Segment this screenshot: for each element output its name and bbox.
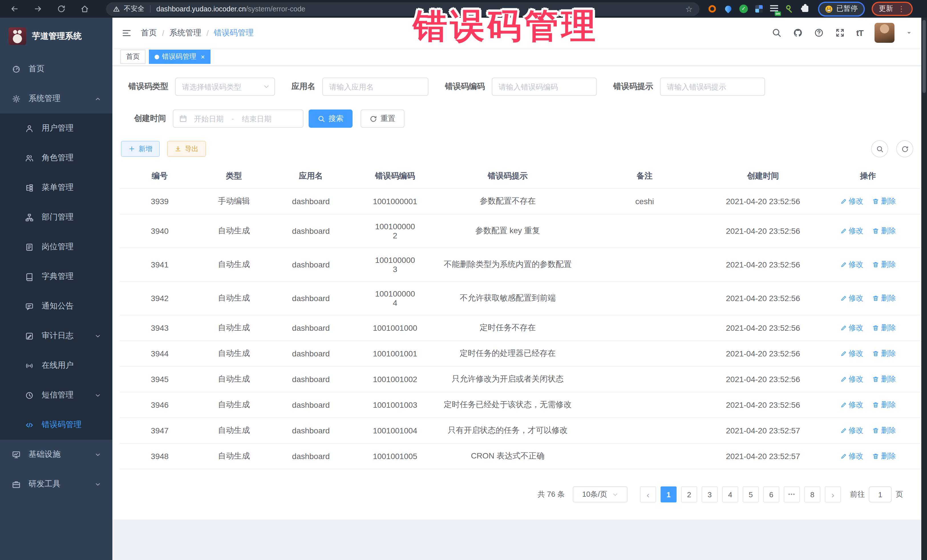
- chevron-down-icon: [95, 481, 101, 487]
- edit-link[interactable]: 修改: [840, 348, 863, 359]
- toggle-search-button[interactable]: [871, 140, 888, 157]
- extension-orange-icon[interactable]: [708, 4, 718, 14]
- sidebar-item[interactable]: 角色管理: [0, 143, 112, 173]
- extension-green-check-icon[interactable]: ✓: [739, 4, 748, 14]
- date-range-picker[interactable]: -: [173, 109, 304, 128]
- delete-link-label: 删除: [881, 260, 896, 270]
- delete-link[interactable]: 删除: [872, 226, 896, 236]
- sidebar-item[interactable]: 岗位管理: [0, 232, 112, 262]
- sidebar-item[interactable]: 部门管理: [0, 202, 112, 232]
- cell-message: 只允许修改为开启或者关闭状态: [436, 366, 579, 392]
- search-button[interactable]: 搜索: [308, 109, 353, 128]
- extension-list-icon[interactable]: on: [770, 4, 779, 14]
- delete-link[interactable]: 删除: [872, 196, 896, 206]
- sidebar-item[interactable]: 用户管理: [0, 114, 112, 143]
- sidebar-item[interactable]: 审计日志: [0, 321, 112, 351]
- start-date-input[interactable]: [187, 110, 231, 127]
- browser-forward-icon[interactable]: [33, 5, 42, 13]
- scrollbar[interactable]: [921, 18, 927, 560]
- edit-link[interactable]: 修改: [840, 293, 863, 304]
- edit-link[interactable]: 修改: [840, 425, 863, 436]
- edit-link[interactable]: 修改: [840, 400, 863, 410]
- extensions-puzzle-icon[interactable]: [801, 4, 810, 14]
- page-button[interactable]: •••: [784, 486, 800, 502]
- extension-key-icon[interactable]: [786, 4, 795, 14]
- sidebar-item[interactable]: 通知公告: [0, 291, 112, 321]
- bookmark-star-icon[interactable]: ☆: [685, 5, 693, 13]
- end-date-input[interactable]: [235, 110, 278, 127]
- edit-link[interactable]: 修改: [840, 451, 863, 461]
- delete-link[interactable]: 删除: [872, 323, 896, 333]
- hamburger-icon[interactable]: [122, 28, 132, 38]
- sidebar-item[interactable]: 首页: [0, 54, 112, 84]
- search-icon[interactable]: [772, 28, 781, 38]
- user-avatar[interactable]: [874, 23, 895, 43]
- col-created: 创建时间: [710, 164, 816, 188]
- delete-link[interactable]: 删除: [872, 293, 896, 304]
- tab-close-icon[interactable]: ×: [201, 53, 205, 61]
- edit-link[interactable]: 修改: [840, 323, 863, 333]
- chevron-down-icon: [95, 451, 101, 458]
- next-page-button[interactable]: ›: [825, 486, 841, 502]
- browser-home-icon[interactable]: [81, 5, 89, 13]
- goto-page-input[interactable]: [869, 486, 892, 502]
- delete-link[interactable]: 删除: [872, 374, 896, 384]
- delete-link[interactable]: 删除: [872, 451, 896, 461]
- app-name-input[interactable]: [322, 77, 429, 96]
- prev-page-button[interactable]: ‹: [640, 486, 656, 502]
- edit-link-label: 修改: [849, 226, 863, 236]
- address-bar[interactable]: 不安全 dashboard.yudao.iocoder.cn /system/e…: [106, 2, 699, 16]
- avatar-caret-down-icon[interactable]: [906, 30, 912, 36]
- page-button[interactable]: 2: [681, 486, 697, 502]
- error-message-input[interactable]: [660, 77, 765, 96]
- tab-home[interactable]: 首页: [120, 50, 146, 64]
- breadcrumb-home[interactable]: 首页: [141, 28, 157, 38]
- scrollbar-thumb[interactable]: [922, 20, 926, 93]
- sidebar-item[interactable]: 字典管理: [0, 262, 112, 291]
- font-size-icon[interactable]: tT: [856, 28, 863, 38]
- sidebar-item[interactable]: 短信管理: [0, 380, 112, 410]
- refresh-table-button[interactable]: [896, 140, 913, 157]
- help-icon[interactable]: [814, 28, 824, 38]
- edit-link[interactable]: 修改: [840, 226, 863, 236]
- not-secure-warning-icon: [113, 5, 120, 12]
- page-size-select[interactable]: 10条/页: [573, 486, 628, 502]
- tab-error-code[interactable]: 错误码管理 ×: [149, 50, 211, 64]
- edit-link[interactable]: 修改: [840, 260, 863, 270]
- app-logo-row[interactable]: 芋道管理系统: [0, 18, 112, 50]
- sidebar-item[interactable]: 在线用户: [0, 351, 112, 380]
- extension-paused-badge[interactable]: 已暂停: [818, 2, 865, 16]
- sidebar-item[interactable]: 错误码管理: [0, 410, 112, 440]
- fullscreen-icon[interactable]: [835, 28, 845, 38]
- sidebar-item[interactable]: 菜单管理: [0, 173, 112, 202]
- sidebar-item[interactable]: 基础设施: [0, 440, 112, 469]
- update-label: 更新: [879, 4, 893, 14]
- edit-link[interactable]: 修改: [840, 196, 863, 206]
- page-button[interactable]: 1: [661, 486, 676, 502]
- edit-link[interactable]: 修改: [840, 374, 863, 384]
- page-button[interactable]: 4: [722, 486, 738, 502]
- page-button[interactable]: 8: [804, 486, 820, 502]
- page-button[interactable]: 3: [702, 486, 718, 502]
- browser-menu-icon[interactable]: ⋮: [898, 5, 905, 13]
- add-button[interactable]: 新增: [121, 141, 160, 157]
- extension-pin-icon[interactable]: [724, 4, 733, 14]
- delete-link[interactable]: 删除: [872, 260, 896, 270]
- error-code-input[interactable]: [492, 77, 597, 96]
- chrome-update-button[interactable]: 更新 ⋮: [871, 2, 912, 16]
- browser-reload-icon[interactable]: [57, 5, 65, 13]
- extension-grid-icon[interactable]: [755, 4, 764, 14]
- export-button[interactable]: 导出: [167, 141, 206, 157]
- error-type-select[interactable]: [175, 77, 275, 96]
- delete-link[interactable]: 删除: [872, 348, 896, 359]
- reset-button[interactable]: 重置: [360, 109, 404, 128]
- page-button[interactable]: 5: [743, 486, 759, 502]
- browser-back-icon[interactable]: [10, 5, 19, 13]
- github-icon[interactable]: [793, 28, 802, 38]
- delete-link[interactable]: 删除: [872, 425, 896, 436]
- sidebar-item[interactable]: 研发工具: [0, 469, 112, 499]
- page-button[interactable]: 6: [763, 486, 779, 502]
- sidebar-item[interactable]: 系统管理: [0, 84, 112, 114]
- breadcrumb-system[interactable]: 系统管理: [169, 28, 201, 38]
- delete-link[interactable]: 删除: [872, 400, 896, 410]
